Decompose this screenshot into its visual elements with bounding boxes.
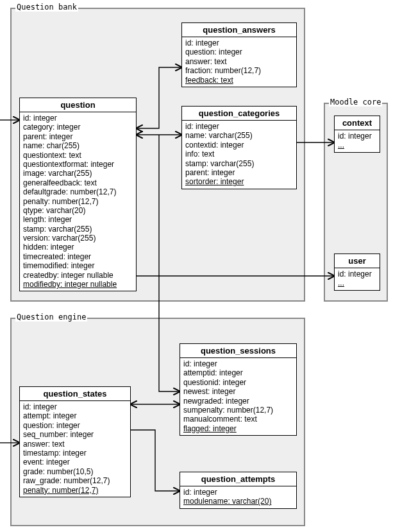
entity-context: context id: integer... (334, 116, 380, 153)
entity-fields-user: id: integer... (335, 268, 380, 290)
entity-question-states: question_states id: integerattempt: inte… (19, 386, 131, 497)
field-row: event: integer (23, 458, 127, 467)
field-row: id: integer (183, 359, 293, 368)
field-row: flagged: integer (183, 424, 293, 433)
entity-user: user id: integer... (334, 253, 380, 291)
field-row: timecreated: integer (23, 252, 133, 261)
entity-title-question-attempts: question_attempts (180, 472, 296, 486)
entity-question-attempts: question_attempts id: integermodulename:… (180, 472, 297, 509)
field-row: penalty: number(12,7) (23, 197, 133, 206)
field-row: questionid: integer (183, 378, 293, 387)
field-row: generalfeedback: text (23, 178, 133, 187)
field-row: image: varchar(255) (23, 169, 133, 178)
field-row: defaultgrade: number(12,7) (23, 187, 133, 196)
field-row: length: integer (23, 215, 133, 224)
entity-question-answers: question_answers id: integerquestion: in… (181, 22, 297, 87)
group-label-question-engine: Question engine (15, 313, 87, 322)
entity-title-question-states: question_states (20, 387, 130, 401)
field-row: answer: text (23, 440, 127, 449)
field-row: grade: number(10,5) (23, 467, 127, 476)
entity-title-question: question (20, 98, 136, 112)
entity-fields-question-answers: id: integerquestion: integeranswer: text… (182, 37, 296, 87)
entity-question: question id: integercategory: integerpar… (19, 98, 137, 291)
entity-title-context: context (335, 116, 380, 130)
field-row: id: integer (185, 39, 293, 47)
field-row: attemptid: integer (183, 368, 293, 377)
field-row: stamp: varchar(255) (23, 225, 133, 234)
field-row: parent: integer (23, 132, 133, 141)
field-row: category: integer (23, 123, 133, 132)
field-row: modulename: varchar(20) (183, 497, 293, 506)
entity-title-question-categories: question_categories (182, 107, 296, 121)
field-row: attempt: integer (23, 411, 127, 420)
field-row: version: varchar(255) (23, 234, 133, 243)
field-row: answer: text (185, 57, 293, 66)
entity-fields-question-categories: id: integername: varchar(255)contextid: … (182, 121, 296, 189)
field-row: seq_number: integer (23, 430, 127, 439)
field-row: raw_grade: number(12,7) (23, 476, 127, 485)
entity-question-categories: question_categories id: integername: var… (181, 106, 297, 189)
entity-title-question-sessions: question_sessions (180, 344, 296, 358)
field-row: newgraded: integer (183, 397, 293, 406)
field-row: question: integer (185, 47, 293, 56)
field-row: id: integer (23, 114, 133, 123)
field-row: feedback: text (185, 76, 293, 85)
field-row: modifiedby: integer nullable (23, 280, 133, 289)
field-row: info: text (185, 150, 293, 159)
field-row: stamp: varchar(255) (185, 159, 293, 168)
field-row: sumpenalty: number(12,7) (183, 406, 293, 415)
field-row: contextid: integer (185, 141, 293, 150)
field-row: manualcomment: text (183, 415, 293, 424)
field-row: hidden: integer (23, 243, 133, 252)
entity-fields-question: id: integercategory: integerparent: inte… (20, 112, 136, 291)
field-row: ... (338, 279, 376, 287)
field-row: id: integer (338, 270, 376, 279)
group-label-moodle-core: Moodle core (329, 98, 382, 107)
field-row: questiontext: text (23, 151, 133, 160)
field-row: id: integer (338, 132, 376, 141)
field-row: id: integer (183, 488, 293, 497)
field-row: qtype: varchar(20) (23, 206, 133, 215)
field-row: timemodified: integer (23, 261, 133, 270)
field-row: fraction: number(12,7) (185, 66, 293, 75)
field-row: name: varchar(255) (185, 131, 293, 140)
field-row: id: integer (23, 402, 127, 411)
entity-fields-question-sessions: id: integerattemptid: integerquestionid:… (180, 358, 296, 435)
field-row: timestamp: integer (23, 449, 127, 458)
field-row: newest: integer (183, 387, 293, 396)
entity-fields-question-attempts: id: integermodulename: varchar(20) (180, 486, 296, 508)
entity-fields-question-states: id: integerattempt: integerquestion: int… (20, 401, 130, 497)
entity-question-sessions: question_sessions id: integerattemptid: … (180, 343, 297, 436)
group-label-question-bank: Question bank (15, 3, 78, 12)
field-row: ... (338, 141, 376, 150)
field-row: parent: integer (185, 168, 293, 177)
field-row: createdby: integer nullable (23, 271, 133, 280)
field-row: question: integer (23, 421, 127, 430)
field-row: id: integer (185, 122, 293, 131)
field-row: penalty: number(12,7) (23, 486, 127, 495)
field-row: sortorder: integer (185, 177, 293, 186)
entity-fields-context: id: integer... (335, 130, 380, 152)
field-row: questiontextformat: integer (23, 160, 133, 169)
field-row: name: char(255) (23, 141, 133, 150)
entity-title-question-answers: question_answers (182, 23, 296, 37)
entity-title-user: user (335, 254, 380, 268)
